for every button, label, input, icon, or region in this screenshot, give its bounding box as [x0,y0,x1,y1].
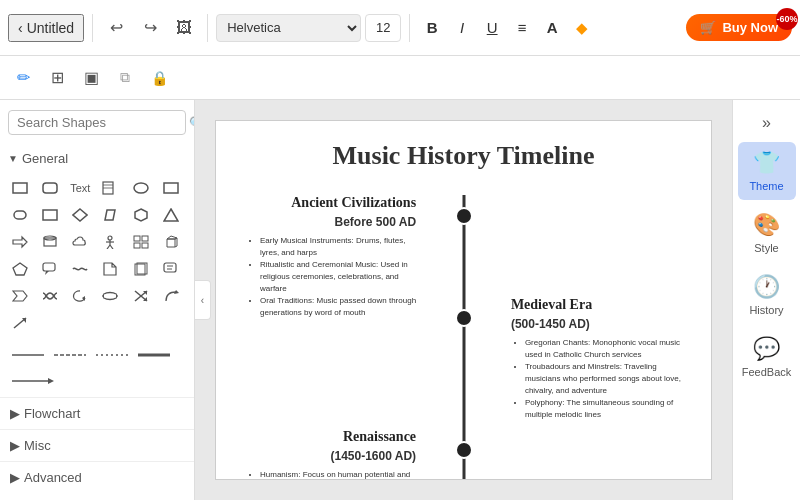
back-button[interactable]: ‹ Untitled [8,14,84,42]
table-button[interactable]: ⊞ [42,63,72,93]
search-box[interactable]: 🔍 [8,110,186,135]
second-toolbar: ✏ ⊞ ▣ ⧉ 🔒 [0,56,800,100]
svg-line-19 [107,245,110,249]
lock-button[interactable]: 🔒 [144,63,174,93]
copy-button[interactable]: ⧉ [110,63,140,93]
shape-right-arrow[interactable] [8,230,32,254]
timeline-document: Music History Timeline Ancient Civilizat… [216,121,711,479]
undo-button[interactable]: ↩ [101,13,131,43]
underline-button[interactable]: U [478,14,506,42]
misc-arrow-icon: ▶ [10,438,20,453]
shape-arrow-ne[interactable] [8,311,32,335]
image-button[interactable]: 🖼 [169,13,199,43]
text-color-button[interactable]: A [538,14,566,42]
svg-marker-40 [116,293,118,299]
shape-doc2[interactable] [129,257,153,281]
feedback-icon: 💬 [753,336,780,362]
shape-doc[interactable] [98,257,122,281]
buy-now-badge: -60% [776,8,798,30]
timeline-container: Ancient Civilizations Before 500 AD Earl… [246,195,681,479]
svg-rect-35 [164,263,176,272]
shape-rectangle[interactable] [8,176,32,200]
shape-rect3[interactable] [38,203,62,227]
canvas-collapse-button[interactable]: ‹ [195,280,211,320]
feedback-tool[interactable]: 💬 FeedBack [738,328,796,386]
document-title: Untitled [27,20,74,36]
shape-callout[interactable] [38,257,62,281]
svg-marker-41 [102,293,104,299]
svg-point-16 [108,236,112,240]
style-tool[interactable]: 🎨 Style [738,204,796,262]
shape-cylinder[interactable] [38,230,62,254]
misc-section[interactable]: ▶ Misc [0,429,194,461]
shape-rect2[interactable] [159,176,183,200]
general-section-header[interactable]: ▼ General [0,145,194,172]
search-shapes-input[interactable] [17,115,185,130]
advanced-section[interactable]: ▶ Advanced [0,461,194,493]
frame-button[interactable]: ▣ [76,63,106,93]
shape-cube[interactable] [159,230,183,254]
era-bullets-medieval: Gregorian Chants: Monophonic vocal music… [511,337,681,421]
svg-rect-24 [142,243,148,248]
shape-diagonal-arrow[interactable] [129,284,153,308]
shape-circle-arrow[interactable] [68,284,92,308]
theme-label: Theme [749,180,783,192]
highlight-button[interactable]: ◆ [568,14,596,42]
left-sidebar: 🔍 ▼ General Text [0,100,195,500]
canvas-content[interactable]: Music History Timeline Ancient Civilizat… [215,120,712,480]
svg-marker-54 [48,378,54,384]
font-family-select[interactable]: Helvetica Arial Times New Roman [216,14,361,42]
shape-pentagon[interactable] [8,257,32,281]
italic-button[interactable]: I [448,14,476,42]
shape-ellipse[interactable] [129,176,153,200]
shape-line[interactable] [8,343,48,367]
shape-parallelogram[interactable] [98,203,122,227]
shape-chat[interactable] [159,257,183,281]
flowchart-section[interactable]: ▶ Flowchart [0,397,194,429]
theme-tool[interactable]: 👕 Theme [738,142,796,200]
shape-wavy[interactable] [38,284,62,308]
buy-now-button[interactable]: 🛒 Buy Now -60% [686,14,792,41]
shape-person[interactable] [98,230,122,254]
right-sidebar: » 👕 Theme 🎨 Style 🕐 History 💬 FeedBack [732,100,800,500]
history-label: History [749,304,783,316]
shape-rounded-rect[interactable] [38,176,62,200]
timeline-content-renaissance: Renaissance (1450-1600 AD) Humanism: Foc… [246,429,446,479]
bullet-item: Polyphony: The simultaneous sounding of … [525,397,681,421]
timeline-item-renaissance: Renaissance (1450-1600 AD) Humanism: Foc… [246,429,681,479]
shape-hex[interactable] [129,203,153,227]
shape-double-arrow[interactable] [98,284,122,308]
svg-marker-9 [73,209,87,221]
flowchart-label: Flowchart [24,406,80,421]
shape-text[interactable]: Text [68,176,92,200]
shape-dotted-line[interactable] [92,343,132,367]
divider-3 [409,14,410,42]
draw-button[interactable]: ✏ [8,63,38,93]
strikethrough-button[interactable]: ≡ [508,14,536,42]
redo-button[interactable]: ↪ [135,13,165,43]
bold-button[interactable]: B [418,14,446,42]
misc-label: Misc [24,438,51,453]
shape-rounded2[interactable] [8,203,32,227]
text-format-group: B I U ≡ A ◆ [418,14,596,42]
shape-cloud[interactable] [68,230,92,254]
shape-wave[interactable] [68,257,92,281]
history-tool[interactable]: 🕐 History [738,266,796,324]
shape-arrow-line[interactable] [8,369,58,393]
shape-triangle[interactable] [159,203,183,227]
shape-dashed-line[interactable] [50,343,90,367]
shape-curve-arrow[interactable] [159,284,183,308]
svg-marker-13 [13,237,27,247]
timeline-item-medieval: Medieval Era (500-1450 AD) Gregorian Cha… [246,297,681,421]
shape-diamond[interactable] [68,203,92,227]
right-sidebar-collapse-button[interactable]: » [733,108,800,138]
advanced-arrow-icon: ▶ [10,470,20,485]
bullet-item: Gregorian Chants: Monophonic vocal music… [525,337,681,361]
svg-marker-10 [105,210,115,220]
font-size-input[interactable] [365,14,401,42]
shape-chevron[interactable] [8,284,32,308]
shape-thick-line[interactable] [134,343,174,367]
theme-icon: 👕 [753,150,780,176]
shape-note[interactable] [98,176,122,200]
shape-grid[interactable] [129,230,153,254]
